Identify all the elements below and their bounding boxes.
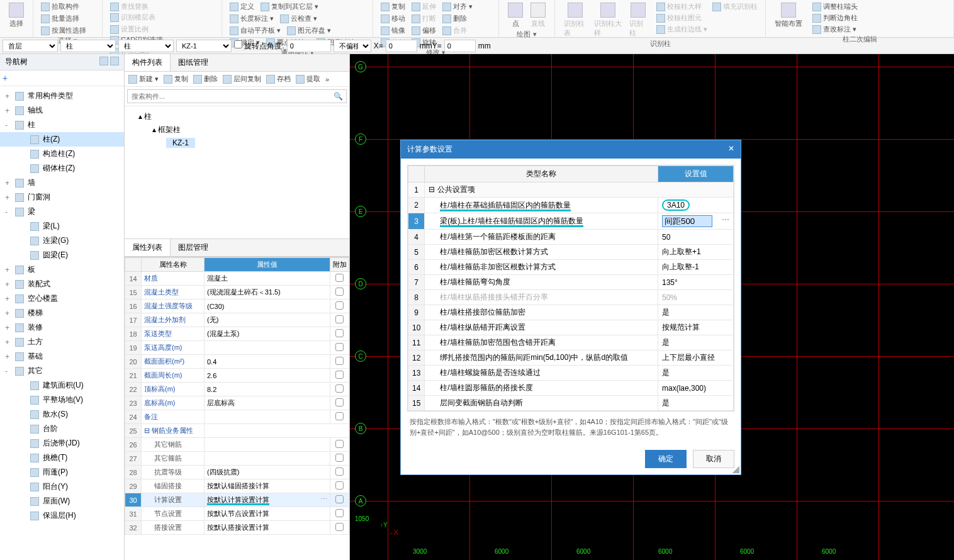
property-row[interactable]: 22顶标高(m)8.2: [125, 383, 349, 396]
nav-item[interactable]: 散水(S): [0, 407, 124, 422]
nav-item[interactable]: 砌体柱(Z): [0, 161, 124, 176]
tab-layer-mgmt[interactable]: 图层管理: [171, 239, 216, 256]
prop-checkbox[interactable]: [335, 495, 344, 503]
prop-checkbox[interactable]: [335, 481, 344, 490]
property-row[interactable]: 16混凝土强度等级(C30): [125, 300, 349, 313]
pick-component[interactable]: 拾取构件: [38, 1, 97, 12]
dialog-row[interactable]: 7柱/墙柱箍筋弯勾角度135°: [408, 275, 734, 290]
nav-item[interactable]: 连梁(G): [0, 233, 124, 248]
component-select[interactable]: KZ-1: [176, 40, 232, 52]
align[interactable]: 对齐 ▾: [440, 1, 475, 12]
dialog-value-input[interactable]: [662, 215, 712, 227]
dialog-row[interactable]: 13柱/墙柱螺旋箍筋是否连续通过是: [408, 366, 734, 381]
auto-align-slab[interactable]: 自动平齐板 ▾: [227, 25, 283, 36]
nav-item[interactable]: -其它: [0, 364, 124, 378]
archive-button[interactable]: 存档: [266, 74, 291, 84]
tab-property-list[interactable]: 属性列表: [125, 239, 171, 256]
dialog-row[interactable]: 6柱/墙柱箍筋非加密区根数计算方式向上取整-1: [408, 260, 734, 275]
select-by-prop[interactable]: 按属性选择: [38, 25, 97, 36]
property-row[interactable]: 23底标高(m)层底标高: [125, 396, 349, 410]
cloud-check[interactable]: 云检查 ▾: [278, 13, 320, 24]
interlayer-copy-button[interactable]: 层间复制: [223, 74, 261, 84]
dialog-row[interactable]: 12绑扎搭接范围内的箍筋间距min(5d,100)中，纵筋d的取值上下层最小直径: [408, 350, 734, 366]
nav-item[interactable]: 圆梁(E): [0, 248, 124, 262]
property-row[interactable]: 18泵送类型(混凝土泵): [125, 327, 349, 341]
property-row[interactable]: 26其它钢筋: [125, 438, 349, 452]
nav-item[interactable]: 平整场地(V): [0, 393, 124, 407]
mirror[interactable]: 镜像: [378, 25, 408, 36]
dialog-row[interactable]: 9柱/墙柱搭接部位箍筋加密是: [408, 305, 734, 320]
nav-item[interactable]: +空心楼盖: [0, 291, 124, 306]
copy-to-layer[interactable]: 复制到其它层 ▾: [258, 1, 321, 12]
property-row[interactable]: 17混凝土外加剂(无): [125, 313, 349, 327]
dialog-row[interactable]: 2柱/墙柱在基础插筋锚固区内的箍筋数量3A10: [408, 198, 734, 213]
nav-item[interactable]: +常用构件类型: [0, 89, 124, 103]
rotation-checkbox[interactable]: [234, 40, 242, 48]
dialog-row[interactable]: 11柱/墙柱箍筋加密范围包含错开距离是: [408, 335, 734, 350]
nav-item[interactable]: +楼梯: [0, 306, 124, 320]
dialog-row[interactable]: 10柱/墙柱纵筋错开距离设置按规范计算: [408, 320, 734, 335]
prop-checkbox[interactable]: [335, 343, 344, 351]
nav-item[interactable]: +轴线: [0, 103, 124, 118]
move[interactable]: 移动: [378, 13, 408, 24]
search-input[interactable]: [127, 89, 347, 103]
tab-component-list[interactable]: 构件列表: [125, 54, 171, 71]
nav-item[interactable]: 雨蓬(P): [0, 465, 124, 479]
floor-select[interactable]: 首层: [3, 40, 58, 52]
nav-item[interactable]: 梁(L): [0, 219, 124, 233]
prop-checkbox[interactable]: [335, 398, 344, 406]
select-button[interactable]: 选择: [5, 1, 28, 30]
search-icon[interactable]: 🔍: [334, 92, 343, 101]
prop-checkbox[interactable]: [335, 440, 344, 448]
resize-grip[interactable]: [732, 466, 739, 473]
prop-checkbox[interactable]: [335, 371, 344, 379]
prop-checkbox[interactable]: [335, 509, 344, 517]
nav-item[interactable]: +门窗洞: [0, 190, 124, 204]
nav-item[interactable]: 阳台(Y): [0, 479, 124, 494]
prop-checkbox[interactable]: [335, 454, 344, 462]
nav-item[interactable]: 后浇带(JD): [0, 436, 124, 451]
nav-item[interactable]: 屋面(W): [0, 494, 124, 508]
nav-item[interactable]: 挑檐(T): [0, 451, 124, 465]
close-icon[interactable]: ✕: [728, 144, 734, 155]
batch-select[interactable]: 批量选择: [38, 13, 97, 24]
draw-point[interactable]: 点: [504, 1, 527, 30]
adjust-col-end[interactable]: 调整柱端头: [810, 1, 860, 12]
cancel-button[interactable]: 取消: [693, 450, 734, 468]
prop-checkbox[interactable]: [335, 468, 344, 476]
nav-item[interactable]: 保温层(H): [0, 508, 124, 523]
dialog-row[interactable]: 5柱/墙柱箍筋加密区根数计算方式向上取整+1: [408, 245, 734, 260]
tab-drawing-mgmt[interactable]: 图纸管理: [171, 54, 216, 71]
category-select-1[interactable]: 柱: [60, 40, 116, 52]
property-row[interactable]: 29锚固搭接按默认锚固搭接计算: [125, 479, 349, 493]
nav-item[interactable]: +装配式: [0, 277, 124, 291]
delete[interactable]: 删除: [440, 13, 469, 24]
y-input[interactable]: [444, 40, 476, 52]
edit-annotation[interactable]: 查改标注 ▾: [810, 24, 860, 35]
tree-node-column[interactable]: ▴ 柱: [131, 110, 343, 123]
nav-item[interactable]: +土方: [0, 335, 124, 349]
extract-button[interactable]: 提取: [296, 74, 320, 84]
prop-checkbox[interactable]: [335, 523, 344, 531]
prop-checkbox[interactable]: [335, 301, 344, 310]
dialog-row[interactable]: 14柱/墙柱圆形箍筋的搭接长度max(lae,300): [408, 381, 734, 396]
view-grid-icon[interactable]: [110, 57, 119, 65]
nav-item[interactable]: 柱(Z): [0, 132, 124, 147]
element-save[interactable]: 图元存盘 ▾: [284, 25, 334, 36]
new-button[interactable]: 新建 ▾: [128, 74, 159, 84]
nav-item[interactable]: +基础: [0, 349, 124, 364]
tree-node-kz1[interactable]: KZ-1: [166, 138, 195, 148]
dialog-row[interactable]: 4柱/墙柱第一个箍筋距楼板面的距离50: [408, 230, 734, 245]
nav-item[interactable]: -柱: [0, 118, 124, 132]
offset-select[interactable]: 不偏移: [334, 40, 371, 52]
prop-checkbox[interactable]: [335, 357, 344, 365]
add-icon[interactable]: +: [3, 73, 8, 83]
more-icon[interactable]: »: [325, 74, 329, 84]
nav-item[interactable]: +墙: [0, 176, 124, 190]
copy[interactable]: 复制: [378, 1, 408, 12]
property-row[interactable]: 28抗震等级(四级抗震): [125, 466, 349, 479]
property-row[interactable]: 31节点设置按默认节点设置计算: [125, 507, 349, 521]
dialog-row[interactable]: 8柱/墙柱纵筋搭接接头错开百分率50%: [408, 290, 734, 305]
property-row[interactable]: 19泵送高度(m): [125, 341, 349, 355]
nav-item[interactable]: 台阶: [0, 422, 124, 436]
